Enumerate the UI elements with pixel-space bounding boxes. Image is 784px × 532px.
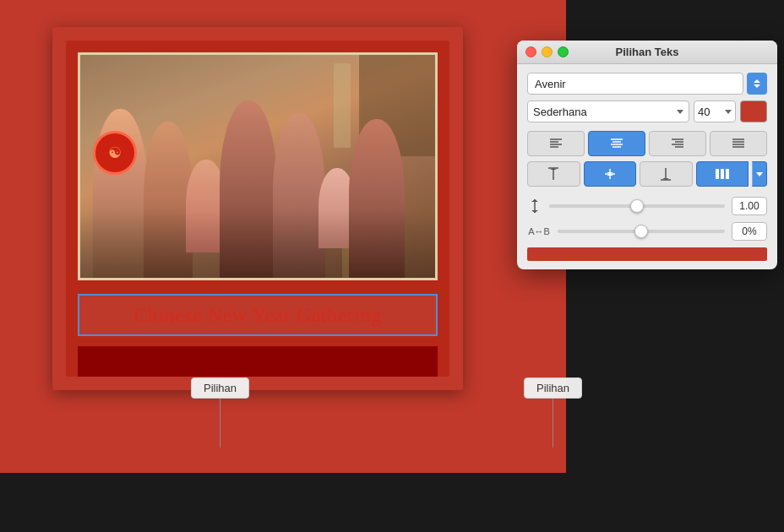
align-left-button[interactable] xyxy=(527,131,585,156)
card-inner: ☯ Chinese New Year Gathering xyxy=(66,41,449,377)
svg-rect-28 xyxy=(721,169,724,179)
bottom-bar xyxy=(0,473,784,532)
align-right-icon xyxy=(671,138,684,149)
align-justify-icon xyxy=(732,138,745,149)
minimize-button[interactable] xyxy=(542,46,553,57)
char-spacing-fill xyxy=(558,230,641,233)
font-family-select[interactable]: Avenir xyxy=(527,73,743,95)
panel-titlebar: Pilihan Teks xyxy=(517,41,777,64)
line-spacing-icon xyxy=(527,198,542,214)
font-style-select[interactable]: Sederhana xyxy=(527,100,689,122)
maximize-button[interactable] xyxy=(558,46,569,57)
font-style-row: Sederhana 40 xyxy=(527,100,767,122)
align-row xyxy=(527,131,767,156)
svg-marker-32 xyxy=(531,210,538,213)
red-decoration: ☯ xyxy=(93,131,137,175)
char-spacing-label: A↔B xyxy=(527,226,551,236)
line-spacing-value: 1.00 xyxy=(732,197,767,215)
line-height-icon xyxy=(530,198,540,214)
svg-rect-29 xyxy=(726,169,729,179)
card-title-text: Chinese New Year Gathering xyxy=(134,304,382,327)
greeting-card: ☯ Chinese New Year Gathering xyxy=(52,27,463,390)
font-size-select[interactable]: 40 xyxy=(694,100,736,122)
valign-middle-icon xyxy=(604,167,616,181)
tooltip-left-line xyxy=(220,399,220,448)
align-center-icon xyxy=(610,138,623,149)
valign-top-button[interactable] xyxy=(527,161,580,187)
font-spinner[interactable] xyxy=(747,73,767,95)
svg-marker-31 xyxy=(531,199,538,202)
line-spacing-slider[interactable] xyxy=(549,204,725,208)
panel-red-bar xyxy=(527,247,767,261)
tooltip-right-box: Pilihan xyxy=(524,377,582,399)
columns-icon xyxy=(716,169,729,179)
char-spacing-row: A↔B 0% xyxy=(527,222,767,241)
tooltip-right-container: Pilihan xyxy=(524,377,582,448)
valign-row xyxy=(527,161,767,187)
tooltip-right-line xyxy=(553,399,553,448)
panel-body: Avenir Sederhana 40 xyxy=(517,64,777,269)
char-spacing-slider[interactable] xyxy=(558,230,725,233)
char-spacing-thumb[interactable] xyxy=(634,225,648,238)
align-center-button[interactable] xyxy=(588,131,645,156)
card-bottom-strip xyxy=(78,346,438,377)
traffic-lights xyxy=(525,46,569,57)
columns-dropdown-button[interactable] xyxy=(752,161,767,187)
line-spacing-thumb[interactable] xyxy=(630,199,644,213)
panel-title: Pilihan Teks xyxy=(616,46,679,58)
svg-rect-27 xyxy=(716,169,719,179)
valign-bottom-icon xyxy=(660,167,672,181)
line-spacing-row: 1.00 xyxy=(527,197,767,215)
color-swatch[interactable] xyxy=(740,100,767,122)
valign-top-icon xyxy=(547,167,559,181)
style-mini-arrow xyxy=(677,110,683,114)
valign-middle-button[interactable] xyxy=(584,161,637,187)
tooltip-left-container: Pilihan xyxy=(191,377,249,448)
columns-dropdown-arrow xyxy=(756,172,763,176)
photo-lamp xyxy=(334,63,351,148)
align-right-button[interactable] xyxy=(649,131,706,156)
align-justify-button[interactable] xyxy=(710,131,767,156)
valign-bottom-button[interactable] xyxy=(640,161,693,187)
spinner-up-arrow xyxy=(754,79,760,83)
char-spacing-value: 0% xyxy=(732,222,767,241)
spinner-down-arrow xyxy=(754,84,760,88)
close-button[interactable] xyxy=(525,46,536,57)
text-selection-box[interactable]: Chinese New Year Gathering xyxy=(78,294,438,336)
photo-frame: ☯ xyxy=(78,52,438,280)
align-left-icon xyxy=(549,138,563,149)
columns-button[interactable] xyxy=(696,161,749,187)
photo-bg: ☯ xyxy=(80,55,435,278)
photo-overlay xyxy=(80,210,435,278)
line-spacing-fill xyxy=(549,204,637,208)
text-options-panel: Pilihan Teks Avenir Sederhana 40 xyxy=(517,41,777,269)
font-family-row: Avenir xyxy=(527,73,767,95)
size-mini-arrow xyxy=(725,110,732,114)
tooltip-left-box: Pilihan xyxy=(191,377,249,399)
